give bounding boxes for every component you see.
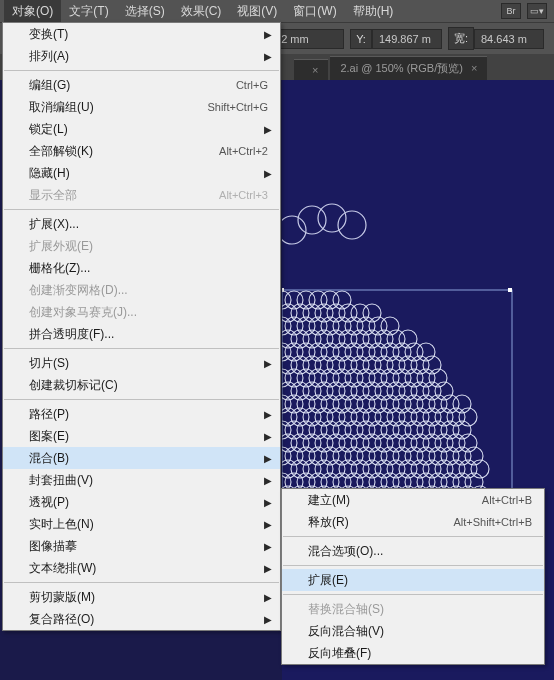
submenu-arrow-icon: ▶ [264,541,272,552]
x-value[interactable]: 2 mm [274,29,344,49]
menu-object[interactable]: 对象(O) [4,0,61,23]
menu-item-label: 创建裁切标记(C) [29,377,268,394]
bridge-button[interactable]: Br [501,3,521,19]
blend-menu-item[interactable]: 释放(R)Alt+Shift+Ctrl+B [282,511,544,533]
menu-item-label: 实时上色(N) [29,516,268,533]
object-menu-item: 创建对象马赛克(J)... [3,301,280,323]
object-menu-item[interactable]: 文本绕排(W)▶ [3,557,280,579]
object-menu-item[interactable]: 混合(B)▶ [3,447,280,469]
width-label: 宽: [448,27,474,50]
blend-menu-item[interactable]: 扩展(E) [282,569,544,591]
menu-window[interactable]: 窗口(W) [285,0,344,23]
menu-shortcut: Alt+Ctrl+3 [219,189,268,201]
menu-item-label: 扩展(X)... [29,216,268,233]
blend-menu-item: 替换混合轴(S) [282,598,544,620]
object-menu-item[interactable]: 取消编组(U)Shift+Ctrl+G [3,96,280,118]
blend-menu-item[interactable]: 建立(M)Alt+Ctrl+B [282,489,544,511]
menu-item-label: 复合路径(O) [29,611,268,628]
object-menu-item[interactable]: 隐藏(H)▶ [3,162,280,184]
menu-item-label: 封套扭曲(V) [29,472,268,489]
submenu-arrow-icon: ▶ [264,409,272,420]
object-menu-item[interactable]: 图像描摹▶ [3,535,280,557]
object-menu-item[interactable]: 编组(G)Ctrl+G [3,74,280,96]
tab-1[interactable]: × [294,59,328,80]
object-menu-item: 扩展外观(E) [3,235,280,257]
y-value[interactable]: 149.867 m [372,29,442,49]
object-menu-item[interactable]: 路径(P)▶ [3,403,280,425]
menu-item-label: 释放(R) [308,514,453,531]
blend-submenu: 建立(M)Alt+Ctrl+B释放(R)Alt+Shift+Ctrl+B混合选项… [281,488,545,665]
menu-shortcut: Ctrl+G [236,79,268,91]
object-menu-item[interactable]: 透视(P)▶ [3,491,280,513]
object-menu-item[interactable]: 全部解锁(K)Alt+Ctrl+2 [3,140,280,162]
svg-point-22 [282,317,291,335]
layout-button[interactable]: ▭▾ [527,3,547,19]
menu-shortcut: Alt+Shift+Ctrl+B [453,516,532,528]
object-menu-item[interactable]: 变换(T)▶ [3,23,280,45]
object-menu-item[interactable]: 排列(A)▶ [3,45,280,67]
menubar: 对象(O) 文字(T) 选择(S) 效果(C) 视图(V) 窗口(W) 帮助(H… [0,0,554,22]
menu-separator [283,536,543,537]
menu-separator [4,348,279,349]
menu-item-label: 排列(A) [29,48,268,65]
menu-item-label: 全部解锁(K) [29,143,219,160]
menu-item-label: 建立(M) [308,492,482,509]
submenu-arrow-icon: ▶ [264,51,272,62]
menu-item-label: 反向混合轴(V) [308,623,532,640]
blend-menu-item[interactable]: 反向混合轴(V) [282,620,544,642]
submenu-arrow-icon: ▶ [264,431,272,442]
menu-type[interactable]: 文字(T) [61,0,116,23]
menu-item-label: 反向堆叠(F) [308,645,532,662]
object-menu-item[interactable]: 扩展(X)... [3,213,280,235]
submenu-arrow-icon: ▶ [264,497,272,508]
menu-item-label: 创建渐变网格(D)... [29,282,268,299]
menu-shortcut: Alt+Ctrl+B [482,494,532,506]
close-icon[interactable]: × [471,62,477,74]
blend-menu-item[interactable]: 反向堆叠(F) [282,642,544,664]
object-menu-item[interactable]: 复合路径(O)▶ [3,608,280,630]
object-menu-item[interactable]: 切片(S)▶ [3,352,280,374]
close-icon[interactable]: × [312,64,318,76]
menu-item-label: 路径(P) [29,406,268,423]
object-menu-item[interactable]: 创建裁切标记(C) [3,374,280,396]
blend-menu-item[interactable]: 混合选项(O)... [282,540,544,562]
menu-separator [4,399,279,400]
svg-point-129 [282,421,291,439]
object-menu-item[interactable]: 拼合透明度(F)... [3,323,280,345]
x-field: 2 mm [274,29,344,49]
submenu-arrow-icon: ▶ [264,168,272,179]
svg-point-6 [318,204,346,232]
menu-effect[interactable]: 效果(C) [173,0,230,23]
menu-shortcut: Shift+Ctrl+G [207,101,268,113]
svg-point-32 [282,330,297,348]
tab-2[interactable]: 2.ai @ 150% (RGB/预览)× [330,56,487,80]
menu-view[interactable]: 视图(V) [229,0,285,23]
submenu-arrow-icon: ▶ [264,475,272,486]
menu-separator [4,582,279,583]
menu-item-label: 剪切蒙版(M) [29,589,268,606]
menu-item-label: 创建对象马赛克(J)... [29,304,268,321]
submenu-arrow-icon: ▶ [264,124,272,135]
object-menu-item[interactable]: 栅格化(Z)... [3,257,280,279]
width-value[interactable]: 84.643 m [474,29,544,49]
menu-help[interactable]: 帮助(H) [345,0,402,23]
object-menu-item[interactable]: 剪切蒙版(M)▶ [3,586,280,608]
svg-point-145 [282,434,297,452]
menu-item-label: 编组(G) [29,77,236,94]
svg-point-14 [282,304,297,322]
object-menu-item[interactable]: 图案(E)▶ [3,425,280,447]
menu-select[interactable]: 选择(S) [117,0,173,23]
object-menu-item[interactable]: 实时上色(N)▶ [3,513,280,535]
menu-separator [283,565,543,566]
tab-label: 2.ai @ 150% (RGB/预览) [340,62,462,74]
menu-item-label: 混合选项(O)... [308,543,532,560]
svg-point-69 [282,369,291,387]
menu-item-label: 透视(P) [29,494,268,511]
submenu-arrow-icon: ▶ [264,592,272,603]
svg-point-83 [282,382,297,400]
object-menu-item[interactable]: 锁定(L)▶ [3,118,280,140]
submenu-arrow-icon: ▶ [264,453,272,464]
svg-point-161 [282,447,291,465]
object-menu-item[interactable]: 封套扭曲(V)▶ [3,469,280,491]
submenu-arrow-icon: ▶ [264,519,272,530]
